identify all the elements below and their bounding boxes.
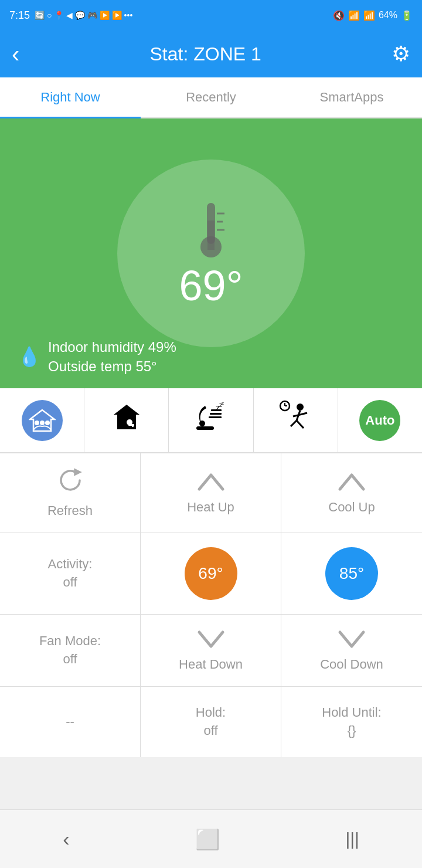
tab-right-now[interactable]: Right Now: [0, 77, 141, 118]
time-display: 7:15: [9, 9, 30, 22]
svg-marker-10: [114, 405, 139, 429]
svg-line-27: [291, 421, 297, 426]
nav-home-button[interactable]: ⬜: [195, 828, 220, 851]
tab-bar: Right Now Recently SmartApps: [0, 77, 422, 118]
fan-mode-display: Fan Mode: off: [0, 615, 141, 687]
home-key-icon: [112, 403, 141, 438]
refresh-button[interactable]: Refresh: [0, 453, 141, 533]
cool-down-icon: [337, 629, 366, 652]
battery-display: 64%: [379, 10, 397, 21]
humidity-icon: 💧: [18, 345, 41, 368]
svg-rect-2: [207, 221, 215, 250]
heat-down-icon: [196, 629, 226, 652]
home-group-icon: [22, 400, 63, 441]
heat-up-icon: [196, 472, 226, 495]
nav-recent-button[interactable]: |||: [345, 829, 359, 849]
cool-up-label: Cool Up: [328, 500, 375, 515]
svg-line-28: [297, 421, 304, 428]
svg-point-25: [297, 404, 304, 411]
svg-point-8: [40, 421, 45, 425]
heat-up-label: Heat Up: [187, 500, 234, 515]
tab-smart-apps[interactable]: SmartApps: [281, 77, 422, 118]
cool-up-icon: [337, 472, 366, 495]
temp-circle: 69°: [117, 160, 305, 347]
svg-rect-21: [196, 426, 214, 430]
mode-away[interactable]: [254, 388, 338, 452]
cool-up-button[interactable]: Cool Up: [281, 453, 422, 533]
hold-display: Hold: off: [141, 687, 281, 757]
heat-down-label: Heat Down: [179, 657, 243, 672]
mode-auto[interactable]: Auto: [338, 388, 422, 452]
away-icon: [278, 400, 313, 441]
mode-sleep[interactable]: z z z: [169, 388, 253, 452]
dash-display: --: [0, 687, 141, 757]
auto-icon: Auto: [359, 400, 400, 441]
svg-point-20: [199, 421, 205, 426]
mode-home-key[interactable]: [84, 388, 169, 452]
temperature-area: 69° 💧 Indoor humidity 49% Outside temp 5…: [0, 118, 422, 388]
humidity-row: 💧 Indoor humidity 49% Outside temp 55°: [18, 337, 176, 377]
mode-home-group[interactable]: [0, 388, 84, 452]
app-bar-title: Stat: ZONE 1: [150, 43, 261, 65]
humidity-text: Indoor humidity 49% Outside temp 55°: [48, 337, 176, 377]
fan-mode-text: Fan Mode: off: [39, 632, 101, 669]
nav-back-button[interactable]: ‹: [63, 828, 69, 850]
wifi-icon: 📶: [348, 10, 360, 21]
svg-line-30: [300, 413, 307, 415]
status-bar: 7:15 🔄 ○ 📍 ◀ 💬 🎮 ▶️ ▶️ ••• 🔇 📶 📶 64% 🔋: [0, 0, 422, 30]
bottom-nav: ‹ ⬜ |||: [0, 809, 422, 868]
svg-point-7: [35, 421, 39, 425]
back-button[interactable]: ‹: [12, 41, 19, 67]
hold-until-display: Hold Until: {}: [281, 687, 422, 757]
temperature-value: 69°: [179, 262, 243, 310]
cool-down-button[interactable]: Cool Down: [281, 615, 422, 687]
svg-point-9: [45, 421, 50, 425]
signal-icon: 📶: [363, 10, 375, 21]
heat-down-button[interactable]: Heat Down: [141, 615, 281, 687]
svg-rect-16: [209, 416, 222, 418]
cool-temp-display: 85°: [281, 533, 422, 615]
hold-text: Hold: off: [196, 704, 226, 740]
app-bar: ‹ Stat: ZONE 1 ⚙: [0, 30, 422, 77]
status-icons: 🔄 ○ 📍 ◀ 💬 🎮 ▶️ ▶️ •••: [35, 11, 132, 20]
activity-text: Activity: off: [48, 555, 93, 592]
heat-temp-badge: 69°: [185, 547, 237, 600]
heat-temp-display: 69°: [141, 533, 281, 615]
activity-display: Activity: off: [0, 533, 141, 615]
svg-marker-31: [75, 470, 80, 474]
sleep-icon: z z z: [193, 401, 229, 439]
cool-temp-badge: 85°: [325, 547, 378, 600]
mode-icon-row: z z z: [0, 388, 422, 453]
battery-icon: 🔋: [401, 10, 413, 21]
settings-button[interactable]: ⚙: [392, 42, 410, 66]
status-right: 🔇 📶 📶 64% 🔋: [333, 10, 413, 21]
dash-text: --: [66, 713, 74, 731]
refresh-label: Refresh: [47, 503, 93, 518]
control-grid: Refresh Heat Up Cool Up Activity: off 69…: [0, 453, 422, 757]
cool-down-label: Cool Down: [320, 657, 383, 672]
svg-rect-15: [210, 413, 222, 415]
heat-up-button[interactable]: Heat Up: [141, 453, 281, 533]
svg-rect-13: [132, 424, 134, 427]
mute-icon: 🔇: [333, 10, 345, 21]
refresh-icon: [57, 467, 83, 499]
hold-until-text: Hold Until: {}: [322, 704, 381, 740]
svg-text:z: z: [222, 401, 224, 406]
thermometer-icon: [185, 197, 237, 262]
status-time: 7:15 🔄 ○ 📍 ◀ 💬 🎮 ▶️ ▶️ •••: [9, 9, 132, 22]
tab-recently[interactable]: Recently: [141, 77, 281, 118]
